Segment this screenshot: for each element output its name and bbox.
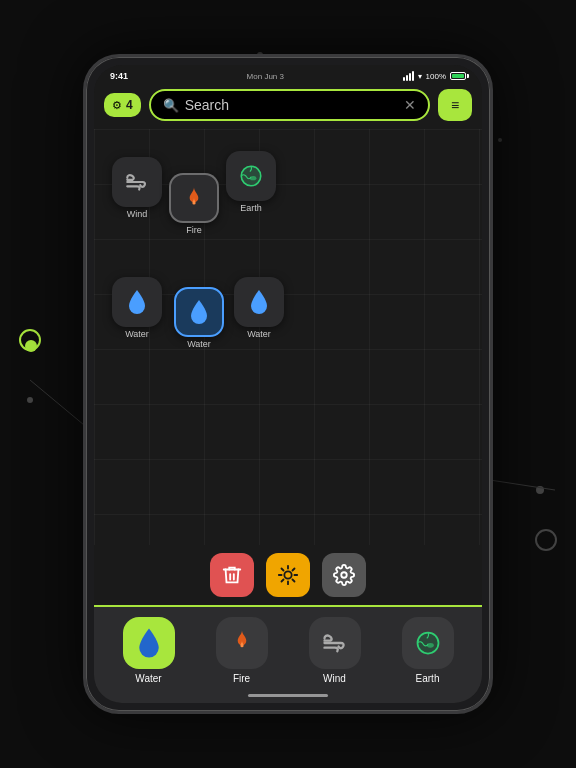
wind-bubble-1	[112, 157, 162, 207]
svg-point-21	[426, 643, 433, 648]
status-icons: ▾ 100%	[403, 71, 466, 81]
water-bubble-2	[174, 287, 224, 337]
water-label-3: Water	[247, 329, 271, 339]
svg-line-5	[490, 480, 555, 490]
dock-earth-bubble	[402, 617, 454, 669]
svg-line-15	[281, 568, 283, 570]
filter-button[interactable]: ≡	[438, 89, 472, 121]
status-bar: 9:41 Mon Jun 3 ▾ 100%	[94, 65, 482, 85]
dock-water-label: Water	[135, 673, 161, 684]
svg-line-18	[281, 579, 283, 581]
status-time: 9:41	[110, 71, 128, 81]
svg-line-4	[30, 380, 90, 430]
gear-icon: ⚙	[112, 99, 122, 112]
top-bar: ⚙ 4 🔍 Search ✕ ≡	[94, 85, 482, 129]
earth-bubble-1	[226, 151, 276, 201]
svg-point-3	[498, 138, 502, 142]
search-bar[interactable]: 🔍 Search ✕	[149, 89, 430, 121]
delete-button[interactable]	[210, 553, 254, 597]
dock-fire-label: Fire	[233, 673, 250, 684]
svg-line-16	[292, 579, 294, 581]
filter-icon: ≡	[451, 97, 459, 113]
element-wind-1[interactable]: Wind	[112, 157, 162, 219]
home-indicator	[94, 690, 482, 703]
clear-icon[interactable]: ✕	[404, 97, 416, 113]
battery-percent: 100%	[426, 72, 446, 81]
dock-item-earth[interactable]: Earth	[402, 617, 454, 684]
settings-button[interactable]	[322, 553, 366, 597]
bottom-dock: Water Fire	[94, 607, 482, 690]
water-label-1: Water	[125, 329, 149, 339]
svg-point-2	[27, 397, 33, 403]
side-button-left	[83, 147, 84, 177]
accent-dot-left	[25, 340, 37, 352]
element-fire-1[interactable]: Fire	[169, 173, 219, 235]
element-water-1[interactable]: Water	[112, 277, 162, 339]
element-water-3[interactable]: Water	[234, 277, 284, 339]
dock-water-bubble	[123, 617, 175, 669]
home-bar	[248, 694, 328, 697]
earth-label-1: Earth	[240, 203, 262, 213]
signal-icon	[403, 71, 414, 81]
svg-point-10	[284, 571, 291, 578]
grid-area: Wind Fire	[94, 129, 482, 545]
status-date: Mon Jun 3	[247, 72, 284, 81]
dock-wind-label: Wind	[323, 673, 346, 684]
wind-label-1: Wind	[127, 209, 148, 219]
water-label-2: Water	[187, 339, 211, 349]
svg-point-19	[341, 572, 347, 578]
toolbar	[94, 545, 482, 605]
search-text: Search	[185, 97, 398, 113]
screen: 9:41 Mon Jun 3 ▾ 100% ⚙ 4	[94, 65, 482, 703]
dock-earth-label: Earth	[416, 673, 440, 684]
svg-point-9	[250, 176, 256, 180]
svg-line-17	[292, 568, 294, 570]
dock-item-water[interactable]: Water	[123, 617, 175, 684]
element-water-2[interactable]: Water	[174, 287, 224, 349]
fire-bubble-1	[169, 173, 219, 223]
side-button-right	[492, 137, 493, 187]
count-value: 4	[126, 98, 133, 112]
wifi-icon: ▾	[418, 72, 422, 81]
battery-icon	[450, 72, 466, 80]
svg-point-1	[536, 486, 544, 494]
light-button[interactable]	[266, 553, 310, 597]
water-bubble-1	[112, 277, 162, 327]
dock-item-fire[interactable]: Fire	[216, 617, 268, 684]
fire-label-1: Fire	[186, 225, 202, 235]
dock-item-wind[interactable]: Wind	[309, 617, 361, 684]
dock-wind-bubble	[309, 617, 361, 669]
dock-fire-bubble	[216, 617, 268, 669]
svg-point-7	[536, 530, 556, 550]
element-earth-1[interactable]: Earth	[226, 151, 276, 213]
ipad-frame: 9:41 Mon Jun 3 ▾ 100% ⚙ 4	[83, 54, 493, 714]
count-button[interactable]: ⚙ 4	[104, 93, 141, 117]
search-icon: 🔍	[163, 98, 179, 113]
water-bubble-3	[234, 277, 284, 327]
